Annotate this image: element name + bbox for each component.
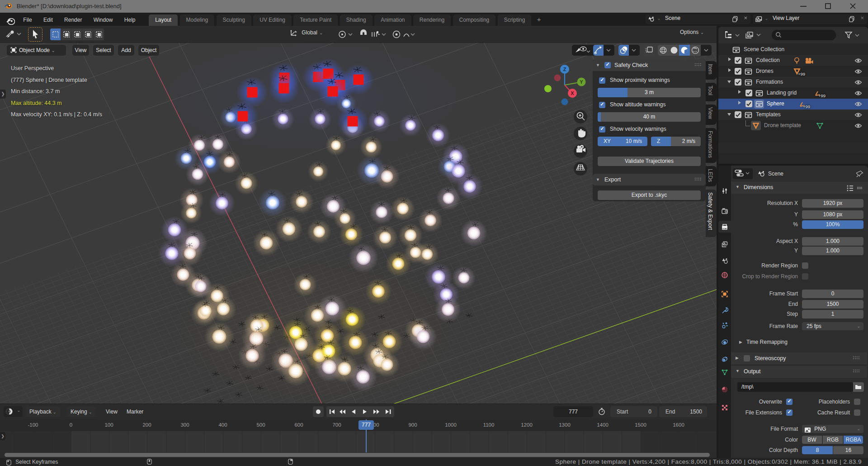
svg-text:Z: Z [563,67,566,72]
svg-text:X: X [571,90,574,96]
svg-text:Y: Y [580,79,583,85]
